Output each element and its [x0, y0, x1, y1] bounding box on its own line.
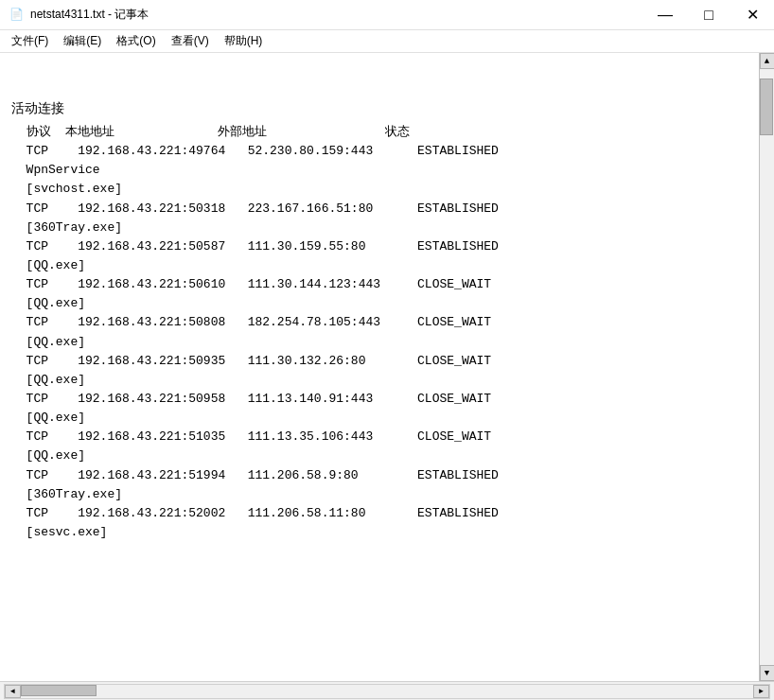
title-bar-controls: — □ ✕ [643, 0, 774, 30]
minimize-button[interactable]: — [643, 0, 687, 30]
content-line: TCP 192.168.43.221:49764 52.230.80.159:4… [11, 142, 748, 161]
menu-edit[interactable]: 编辑(E) [56, 31, 109, 51]
scroll-left-arrow[interactable]: ◄ [5, 685, 21, 698]
content-line: [QQ.exe] [11, 294, 748, 313]
vertical-scrollbar[interactable]: ▲ ▼ [759, 53, 774, 681]
h-scroll-thumb[interactable] [21, 685, 97, 696]
scroll-track[interactable] [760, 69, 774, 665]
content-line: [sesvc.exe] [11, 523, 748, 542]
content-line: [QQ.exe] [11, 256, 748, 275]
horizontal-scrollbar[interactable]: ◄ ► [4, 684, 770, 699]
content-area: 活动连接 协议 本地地址 外部地址 状态 TCP 192.168.43.221:… [0, 53, 774, 681]
content-line: [360Tray.exe] [11, 485, 748, 504]
content-line: 协议 本地地址 外部地址 状态 [11, 123, 748, 142]
content-heading: 活动连接 [11, 98, 748, 119]
content-line: TCP 192.168.43.221:50318 223.167.166.51:… [11, 200, 748, 219]
content-line: TCP 192.168.43.221:50958 111.13.140.91:4… [11, 390, 748, 409]
content-line: [svchost.exe] [11, 180, 748, 199]
menu-bar: 文件(F) 编辑(E) 格式(O) 查看(V) 帮助(H) [0, 30, 774, 53]
h-scroll-track[interactable] [21, 685, 753, 698]
scroll-thumb[interactable] [760, 79, 773, 135]
scroll-down-arrow[interactable]: ▼ [760, 665, 775, 681]
close-button[interactable]: ✕ [730, 0, 774, 30]
scroll-right-arrow[interactable]: ► [753, 685, 769, 698]
content-line: TCP 192.168.43.221:51994 111.206.58.9:80… [11, 466, 748, 485]
content-line: [QQ.exe] [11, 333, 748, 352]
content-line: TCP 192.168.43.221:50935 111.30.132.26:8… [11, 352, 748, 371]
content-line: TCP 192.168.43.221:52002 111.206.58.11:8… [11, 504, 748, 523]
title-bar: 📄 netstat4311.txt - 记事本 — □ ✕ [0, 0, 774, 30]
menu-view[interactable]: 查看(V) [164, 31, 217, 51]
content-line: [QQ.exe] [11, 409, 748, 428]
content-line: [QQ.exe] [11, 371, 748, 390]
content-line: TCP 192.168.43.221:50587 111.30.159.55:8… [11, 237, 748, 256]
content-line: WpnService [11, 161, 748, 180]
content-line: TCP 192.168.43.221:51035 111.13.35.106:4… [11, 428, 748, 446]
content-line: TCP 192.168.43.221:50610 111.30.144.123:… [11, 275, 748, 294]
content-line: [QQ.exe] [11, 446, 748, 465]
content-line: [360Tray.exe] [11, 219, 748, 237]
menu-file[interactable]: 文件(F) [4, 31, 56, 51]
app-icon: 📄 [9, 8, 25, 23]
text-content[interactable]: 活动连接 协议 本地地址 外部地址 状态 TCP 192.168.43.221:… [0, 53, 759, 681]
menu-format[interactable]: 格式(O) [109, 31, 163, 51]
title-bar-left: 📄 netstat4311.txt - 记事本 [9, 7, 149, 23]
menu-help[interactable]: 帮助(H) [217, 31, 271, 51]
status-bar: ◄ ► [0, 681, 774, 700]
scroll-up-arrow[interactable]: ▲ [760, 53, 775, 69]
window-title: netstat4311.txt - 记事本 [30, 7, 149, 23]
content-line: TCP 192.168.43.221:50808 182.254.78.105:… [11, 313, 748, 332]
maximize-button[interactable]: □ [687, 0, 730, 30]
